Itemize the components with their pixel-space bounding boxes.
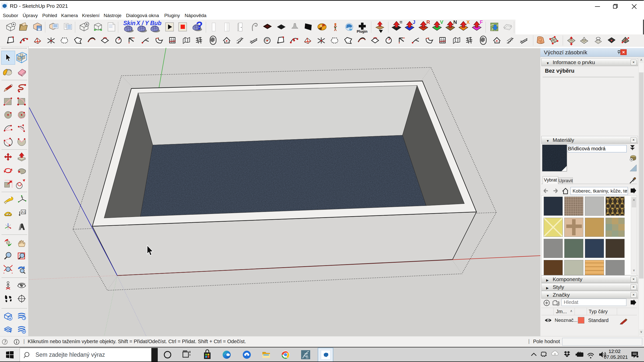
svg-text:07.05.2021: 07.05.2021 — [604, 354, 628, 360]
svg-text:X / Y: X / Y — [136, 20, 149, 26]
svg-text:Plugin: Plugin — [357, 29, 368, 33]
svg-text:V: V — [440, 20, 444, 25]
svg-text:=: = — [399, 20, 403, 25]
svg-text:Skin: Skin — [123, 20, 136, 26]
svg-text:J: J — [413, 20, 415, 25]
svg-text:12:02: 12:02 — [609, 349, 621, 354]
svg-text:F: F — [480, 20, 483, 25]
svg-text:Bub: Bub — [150, 20, 162, 26]
svg-text:11: 11 — [306, 356, 308, 359]
svg-text:N: N — [453, 20, 457, 25]
svg-text:X: X — [466, 20, 470, 25]
svg-text:R: R — [426, 20, 430, 25]
svg-text:?: ? — [196, 20, 203, 32]
